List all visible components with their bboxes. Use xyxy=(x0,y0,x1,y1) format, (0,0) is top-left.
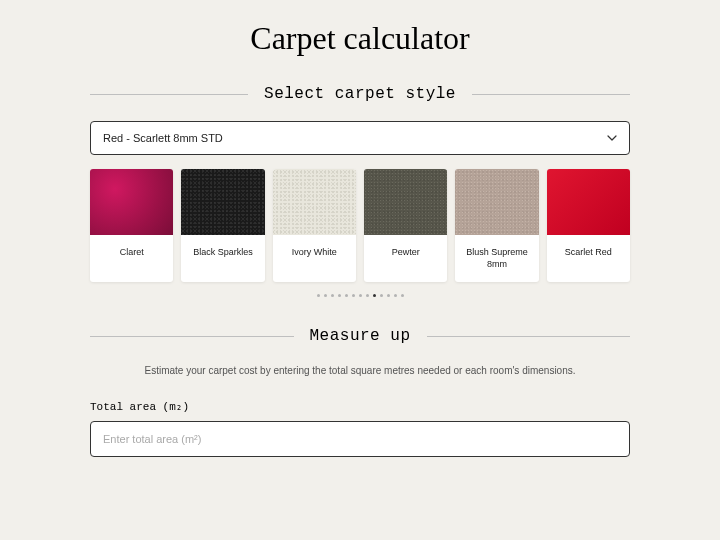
measure-up-heading-row: Measure up xyxy=(90,327,630,345)
carousel-dot[interactable] xyxy=(373,294,376,297)
swatch-image xyxy=(455,169,538,235)
carousel-dot[interactable] xyxy=(380,294,383,297)
carousel-dot[interactable] xyxy=(394,294,397,297)
carousel-dot[interactable] xyxy=(359,294,362,297)
select-style-heading-row: Select carpet style xyxy=(90,85,630,103)
swatch-image xyxy=(547,169,630,235)
total-area-input[interactable] xyxy=(90,421,630,457)
carpet-style-dropdown[interactable]: Red - Scarlett 8mm STD xyxy=(90,121,630,155)
swatch-label: Ivory White xyxy=(273,235,356,271)
divider-line xyxy=(90,336,294,337)
measure-up-subtitle: Estimate your carpet cost by entering th… xyxy=(90,363,630,378)
swatch-card[interactable]: Pewter xyxy=(364,169,447,282)
divider-line xyxy=(427,336,631,337)
select-style-heading: Select carpet style xyxy=(264,85,456,103)
page-title: Carpet calculator xyxy=(90,20,630,57)
carousel-dot[interactable] xyxy=(331,294,334,297)
divider-line xyxy=(472,94,630,95)
swatch-image xyxy=(364,169,447,235)
chevron-down-icon xyxy=(607,133,617,143)
swatch-card[interactable]: Scarlet Red xyxy=(547,169,630,282)
swatch-label: Black Sparkles xyxy=(181,235,264,271)
dropdown-selected-value: Red - Scarlett 8mm STD xyxy=(103,132,223,144)
swatch-card[interactable]: Blush Supreme 8mm xyxy=(455,169,538,282)
carousel-dot[interactable] xyxy=(352,294,355,297)
swatch-label: Claret xyxy=(90,235,173,271)
measure-up-heading: Measure up xyxy=(310,327,411,345)
carousel-dot[interactable] xyxy=(345,294,348,297)
swatch-image xyxy=(273,169,356,235)
swatch-card[interactable]: Black Sparkles xyxy=(181,169,264,282)
carousel-dot[interactable] xyxy=(324,294,327,297)
swatch-label: Scarlet Red xyxy=(547,235,630,271)
swatch-label: Blush Supreme 8mm xyxy=(455,235,538,282)
carousel-dot[interactable] xyxy=(387,294,390,297)
swatch-image xyxy=(90,169,173,235)
carousel-dot[interactable] xyxy=(366,294,369,297)
divider-line xyxy=(90,94,248,95)
carousel-dots xyxy=(90,294,630,297)
carousel-dot[interactable] xyxy=(401,294,404,297)
swatch-image xyxy=(181,169,264,235)
carousel-dot[interactable] xyxy=(338,294,341,297)
swatch-card[interactable]: Claret xyxy=(90,169,173,282)
swatch-label: Pewter xyxy=(364,235,447,271)
total-area-label: Total area (m₂) xyxy=(90,400,630,413)
swatch-card[interactable]: Ivory White xyxy=(273,169,356,282)
carousel-dot[interactable] xyxy=(317,294,320,297)
swatch-carousel: ClaretBlack SparklesIvory WhitePewterBlu… xyxy=(90,169,630,282)
